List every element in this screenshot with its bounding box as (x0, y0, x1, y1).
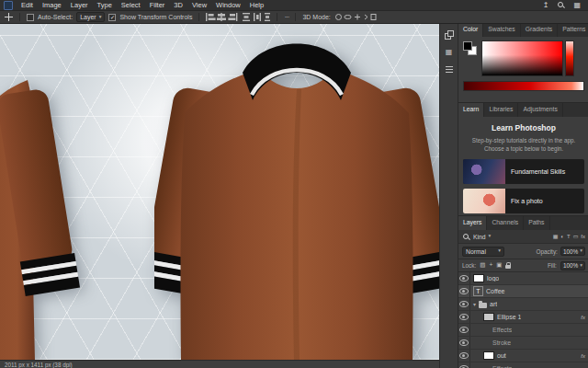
lock-transparency-icon[interactable]: ▨ (480, 262, 485, 269)
fill-value[interactable]: 100% ▾ (560, 261, 585, 270)
layer-thumbnail[interactable] (483, 313, 494, 321)
workspace-switcher-icon[interactable]: ▦ (573, 2, 581, 9)
chevron-down-icon: ▾ (489, 234, 492, 239)
learn-panel: Learn Libraries Adjustments Learn Photos… (458, 103, 588, 216)
tutorial-label: Fundamental Skills (511, 168, 565, 175)
divider (198, 13, 199, 21)
menu-item-filter[interactable]: Filter (145, 1, 170, 9)
layer-row-logo[interactable]: logo (458, 272, 588, 285)
fill-label: Fill: (548, 262, 557, 269)
tab-patterns[interactable]: Patterns (558, 23, 588, 37)
layer-name: Ellipse 1 (497, 314, 521, 320)
layer-thumbnail[interactable] (473, 274, 484, 282)
collapsed-panel-icon-1[interactable] (445, 30, 453, 39)
stroke-effect-row[interactable]: Stroke (458, 337, 588, 350)
stroke-label: Stroke (492, 339, 511, 346)
share-icon[interactable]: ↥ (543, 2, 549, 9)
more-options-icon[interactable]: ··· (284, 14, 288, 21)
show-transform-checkbox[interactable]: ✓ (108, 14, 116, 21)
layer-thumbnail[interactable] (483, 351, 494, 360)
tab-adjustments[interactable]: Adjustments (518, 103, 562, 117)
menu-item-type[interactable]: Type (93, 1, 117, 9)
layers-filter-row: Kind ▾ ▦ ◐ T ▭ fx (458, 230, 588, 244)
visibility-eye-icon[interactable] (459, 314, 469, 320)
layer-row-out[interactable]: out fx (458, 350, 588, 362)
tab-paths[interactable]: Paths (524, 216, 549, 230)
tab-gradients[interactable]: Gradients (521, 23, 558, 37)
filter-type-icon[interactable]: T (567, 234, 571, 239)
layer-name: logo (487, 275, 499, 282)
tab-swatches[interactable]: Swatches (483, 23, 520, 37)
group-expand-icon[interactable]: ▾ (473, 302, 476, 307)
lock-all-icon[interactable] (505, 265, 511, 269)
foreground-color-chip[interactable] (463, 41, 472, 51)
collapsed-panel-icon-2[interactable]: ▦ (446, 49, 453, 56)
visibility-eye-icon[interactable] (459, 301, 469, 307)
layer-row-art-group[interactable]: ▾ art (458, 298, 588, 311)
menu-item-select[interactable]: Select (117, 1, 145, 9)
search-icon[interactable] (557, 1, 565, 9)
tutorial-card-fundamental-skills[interactable]: Fundamental Skills (463, 159, 584, 184)
align-icons[interactable] (206, 13, 270, 21)
layers-panel-tabs: Layers Channels Paths (458, 216, 588, 230)
filter-adjustment-icon[interactable]: ◐ (560, 234, 564, 239)
chevron-down-icon: ▾ (580, 263, 582, 269)
effects-row[interactable]: Effects (458, 362, 588, 368)
visibility-eye-icon[interactable] (459, 339, 469, 346)
hue-slider[interactable] (565, 40, 574, 76)
tab-color[interactable]: Color (458, 23, 483, 37)
auto-select-checkbox[interactable] (27, 14, 34, 21)
tab-layers[interactable]: Layers (458, 216, 487, 230)
fx-badge-icon[interactable]: fx (581, 353, 585, 359)
menu-item-layer[interactable]: Layer (66, 1, 93, 9)
tutorial-card-fix-a-photo[interactable]: Fix a photo (463, 189, 584, 213)
visibility-eye-icon[interactable] (459, 288, 469, 294)
tutorial-thumbnail (463, 189, 505, 213)
color-panel: Color Swatches Gradients Patterns (458, 23, 588, 103)
collapsed-panel-icon-3[interactable] (446, 66, 453, 73)
learn-title: Learn Photoshop (458, 123, 588, 132)
layer-name: out (497, 352, 506, 359)
foreground-background-swatch[interactable] (463, 41, 477, 55)
chevron-down-icon: ▾ (99, 15, 102, 20)
auto-select-target-dropdown[interactable]: Layer ▾ (76, 12, 105, 22)
color-ramp[interactable] (463, 81, 584, 91)
fx-badge-icon[interactable]: fx (581, 315, 585, 320)
folder-icon (479, 303, 487, 308)
color-panel-content (458, 37, 588, 103)
3d-mode-icons[interactable] (334, 13, 377, 21)
blend-mode-value: Normal (466, 248, 486, 255)
menu-item-window[interactable]: Window (211, 1, 245, 9)
opacity-label: Opacity: (536, 248, 557, 255)
menu-item-3d[interactable]: 3D (169, 1, 187, 9)
visibility-eye-icon[interactable] (459, 352, 469, 359)
effects-row[interactable]: Effects (458, 324, 588, 337)
color-picker-field[interactable] (481, 40, 563, 76)
menu-item-edit[interactable]: Edit (17, 1, 38, 9)
filter-pixel-icon[interactable]: ▦ (553, 234, 559, 239)
visibility-eye-icon[interactable] (459, 327, 469, 333)
lock-position-icon[interactable]: + (489, 262, 492, 269)
document-canvas[interactable] (0, 23, 439, 360)
chevron-down-icon: ▾ (498, 248, 501, 254)
menu-item-view[interactable]: View (187, 1, 211, 9)
divider (19, 13, 20, 21)
filter-kind-dropdown[interactable]: Kind (473, 234, 486, 240)
blend-mode-dropdown[interactable]: Normal ▾ (462, 247, 504, 257)
menu-item-image[interactable]: Image (38, 1, 66, 9)
filter-effects-icon[interactable]: fx (581, 234, 585, 239)
tab-channels[interactable]: Channels (487, 216, 524, 230)
tab-libraries[interactable]: Libraries (484, 103, 518, 117)
menu-item-help[interactable]: Help (245, 1, 268, 9)
layer-row-coffee[interactable]: T Coffee (458, 285, 588, 298)
text-layer-thumbnail[interactable]: T (473, 286, 483, 296)
tab-learn[interactable]: Learn (458, 103, 484, 117)
layer-row-ellipse-1[interactable]: Ellipse 1 fx (458, 311, 588, 324)
lock-artboard-icon[interactable]: ▣ (496, 262, 502, 269)
opacity-value[interactable]: 100% ▾ (560, 247, 585, 256)
home-icon[interactable] (4, 1, 13, 10)
menu-bar: Edit Image Layer Type Select Filter 3D V… (0, 0, 588, 10)
move-tool-icon[interactable] (5, 13, 13, 21)
filter-shape-icon[interactable]: ▭ (573, 234, 579, 239)
visibility-eye-icon[interactable] (459, 275, 469, 282)
